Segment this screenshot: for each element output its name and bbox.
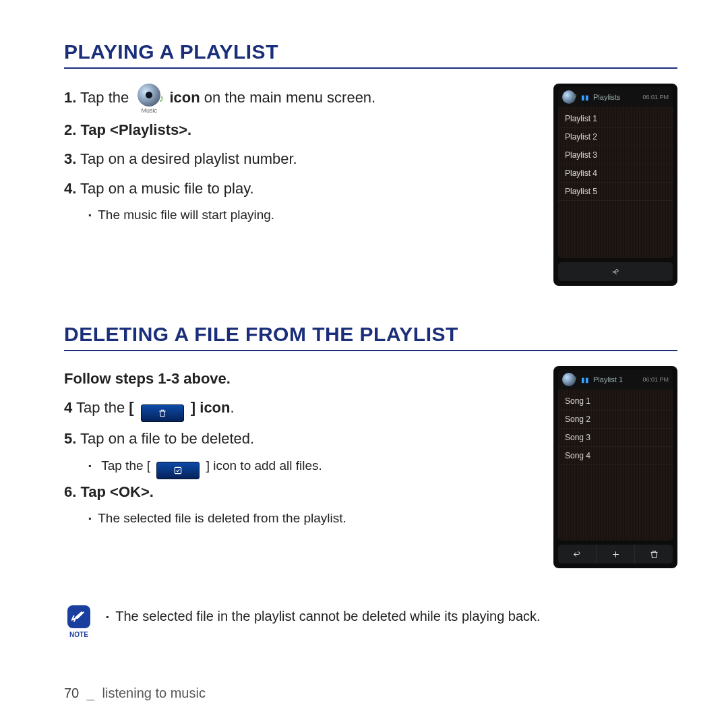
step-d5-text: Tap on a file to be deleted. xyxy=(76,430,254,447)
note-row: NOTE The selected file in the playlist c… xyxy=(64,605,677,638)
device-mock-playlists: ▮▮ Playlists 06:01 PM Playlist 1 Playlis… xyxy=(553,84,677,286)
step-4-bullet: The music file will start playing. xyxy=(88,205,533,225)
device-list: Song 1 Song 2 Song 3 Song 4 xyxy=(558,390,673,541)
step-4-text: Tap on a music file to play. xyxy=(76,180,253,197)
step-d6-bullet: The selected file is deleted from the pl… xyxy=(88,508,533,528)
list-item: Playlist 5 xyxy=(558,183,673,201)
chapter-title: listening to music xyxy=(102,686,206,700)
list-item: Song 4 xyxy=(558,447,673,465)
step-4-num: 4. xyxy=(64,180,76,197)
device-statusbar: ▮▮ Playlists 06:01 PM xyxy=(558,87,673,107)
bullet5-a: Tap the [ xyxy=(101,458,150,473)
list-item: Playlist 1 xyxy=(558,110,673,128)
step-d4-text-b: icon xyxy=(195,399,230,416)
bullet5-b: ] icon to add all files. xyxy=(206,458,322,473)
step-d5-num: 5. xyxy=(64,430,76,447)
step-d6-num: 6. xyxy=(64,483,76,500)
step-1: 1. Tap the ♪ Music icon on the main menu… xyxy=(64,84,533,113)
list-item: Playlist 4 xyxy=(558,164,673,183)
note-badge: NOTE xyxy=(64,605,94,638)
step-1-text-b: icon xyxy=(170,89,200,106)
pause-icon: ▮▮ xyxy=(581,94,589,101)
list-item: Song 3 xyxy=(558,429,673,447)
step-d4-num: 4 xyxy=(64,399,72,416)
device-list: Playlist 1 Playlist 2 Playlist 3 Playlis… xyxy=(558,107,673,258)
section-playing: 1. Tap the ♪ Music icon on the main menu… xyxy=(64,84,677,286)
note-label: NOTE xyxy=(64,631,94,638)
music-icon xyxy=(562,373,576,386)
step-d4: 4 Tap the [ ] icon. xyxy=(64,395,533,422)
heading-deleting: DELETING A FILE FROM THE PLAYLIST xyxy=(64,323,677,351)
device-bottom-bar xyxy=(558,545,673,564)
device-time: 06:01 PM xyxy=(642,376,669,383)
list-item: Song 2 xyxy=(558,411,673,429)
note-icon xyxy=(67,605,90,628)
list-item: Playlist 3 xyxy=(558,146,673,164)
music-icon-label: Music xyxy=(135,106,162,116)
section-deleting: Follow steps 1-3 above. 4 Tap the [ ] ic… xyxy=(64,366,677,568)
device-statusbar: ▮▮ Playlist 1 06:01 PM xyxy=(558,369,673,390)
list-item: Song 1 xyxy=(558,392,673,411)
heading-playing: PLAYING A PLAYLIST xyxy=(64,40,677,69)
trash-icon xyxy=(635,545,673,564)
footer-sep: _ xyxy=(87,686,94,700)
bracket-open: [ xyxy=(129,399,133,416)
page-footer: 70 _ listening to music xyxy=(64,686,206,701)
music-icon xyxy=(562,90,576,104)
step-3-num: 3. xyxy=(64,150,76,167)
device-title: Playlists xyxy=(593,93,620,101)
note-text: The selected file in the playlist cannot… xyxy=(106,605,541,627)
svg-rect-0 xyxy=(175,467,181,473)
step-4: 4. Tap on a music file to play. xyxy=(64,176,533,201)
step-2: 2. Tap <Playlists>. xyxy=(64,117,533,142)
trash-icon xyxy=(141,404,184,422)
pause-icon: ▮▮ xyxy=(581,376,589,384)
add-icon xyxy=(597,545,635,564)
step-d6-text: Tap <OK>. xyxy=(76,483,154,500)
step-1-text-c: on the main menu screen. xyxy=(200,89,375,106)
step-2-num: 2. xyxy=(64,121,76,138)
device-title: Playlist 1 xyxy=(593,375,623,384)
device-bottom-bar xyxy=(558,262,673,281)
step-3-text: Tap on a desired playlist number. xyxy=(76,150,297,167)
step-1-num: 1. xyxy=(64,89,76,106)
page-number: 70 xyxy=(64,686,79,700)
step-d5-bullet: Tap the [ ] icon to add all files. xyxy=(88,456,533,479)
step-d4-text-a: Tap the xyxy=(72,399,129,416)
step-3: 3. Tap on a desired playlist number. xyxy=(64,146,533,171)
music-app-icon: ♪ Music xyxy=(135,84,162,113)
steps-deleting: Follow steps 1-3 above. 4 Tap the [ ] ic… xyxy=(64,366,533,568)
device-mock-songs: ▮▮ Playlist 1 06:01 PM Song 1 Song 2 Son… xyxy=(553,366,677,568)
follow-steps: Follow steps 1-3 above. xyxy=(64,366,533,391)
list-item: Playlist 2 xyxy=(558,128,673,146)
back-icon xyxy=(558,262,673,281)
step-d5: 5. Tap on a file to be deleted. xyxy=(64,426,533,451)
step-1-text-a: Tap the xyxy=(76,89,129,106)
device-time: 06:01 PM xyxy=(642,94,669,100)
step-d6: 6. Tap <OK>. xyxy=(64,479,533,504)
steps-playing: 1. Tap the ♪ Music icon on the main menu… xyxy=(64,84,533,286)
step-2-text: Tap <Playlists>. xyxy=(76,121,191,138)
back-icon xyxy=(558,545,597,564)
step-d4-text-c: . xyxy=(231,399,235,416)
check-icon xyxy=(156,462,200,479)
